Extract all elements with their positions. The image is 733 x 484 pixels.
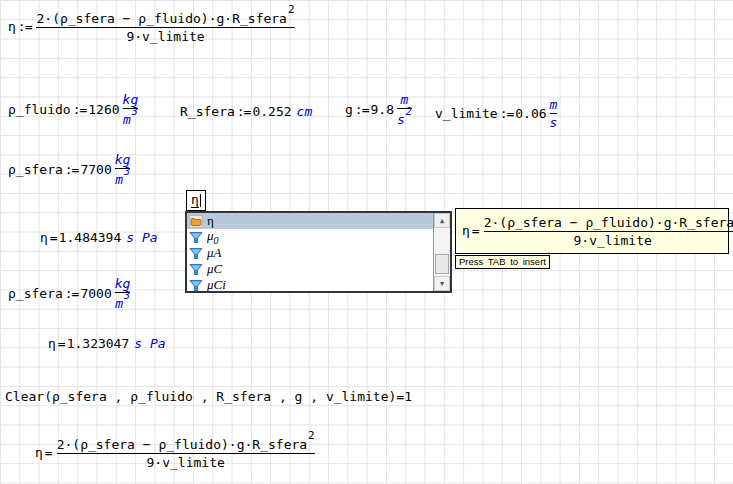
value: 7700 <box>80 162 111 177</box>
fraction: 2·(ρ_sfera − ρ_fluido)·g·R_sfera2 9·v_li… <box>57 434 315 470</box>
fraction-bar <box>550 113 558 114</box>
unit-denominator: s2 <box>397 110 412 127</box>
unit-numerator: kg <box>115 276 131 291</box>
eta-lhs: η <box>40 230 48 245</box>
item-label: η <box>207 213 214 229</box>
numerator: 2·(ρ_sfera − ρ_fluido)·g·R_sfera2 <box>36 8 294 26</box>
denominator: 9·v_limite <box>126 29 204 44</box>
assign-operator: := <box>237 104 251 119</box>
equation-eta-definition[interactable]: η:= 2·(ρ_sfera − ρ_fluido)·g·R_sfera2 9·… <box>8 8 298 44</box>
var-name: v_limite <box>435 106 498 121</box>
value: 1260 <box>88 102 119 117</box>
unit-fraction: m s <box>550 97 558 130</box>
unit-numerator: kg <box>115 152 131 167</box>
unit-funnel-icon <box>189 279 203 292</box>
assign-operator: := <box>65 162 79 177</box>
fraction-bar <box>57 453 315 454</box>
value: 0.06 <box>515 106 546 121</box>
scroll-down-button[interactable]: ▼ <box>434 276 450 291</box>
equation-clear[interactable]: Clear(ρ_sfera , ρ_fluido , R_sfera , g ,… <box>5 389 412 404</box>
unit-funnel-icon <box>189 263 203 276</box>
equals-operator: = <box>45 445 52 460</box>
autocomplete-edit-box[interactable]: η <box>186 190 206 211</box>
hint-text: Press TAB to insert <box>459 256 546 267</box>
equation-r-sfera[interactable]: R_sfera:=0.252cm <box>180 104 312 119</box>
unit-fraction: m s2 <box>397 92 412 127</box>
fraction-bar <box>484 231 733 232</box>
eta-lhs: η <box>462 223 470 238</box>
item-label: μCi <box>207 277 226 291</box>
value: 1.484394 <box>59 230 122 245</box>
denominator: 9·v_limite <box>574 233 652 248</box>
autocomplete-item-muC[interactable]: μC <box>187 261 433 277</box>
assign-operator: := <box>18 19 32 34</box>
worksheet-canvas[interactable]: η:= 2·(ρ_sfera − ρ_fluido)·g·R_sfera2 9·… <box>0 0 733 484</box>
value: 9.8 <box>370 102 393 117</box>
eta-lhs: η <box>8 19 16 34</box>
equation-eta-bottom[interactable]: η= 2·(ρ_sfera − ρ_fluido)·g·R_sfera2 9·v… <box>35 434 318 470</box>
assign-operator: := <box>500 106 514 121</box>
var-name: ρ_sfera <box>8 286 63 301</box>
value: 0.252 <box>252 104 291 119</box>
result-units: s Pa <box>134 336 165 351</box>
clear-expression: Clear(ρ_sfera , ρ_fluido , R_sfera , g ,… <box>5 389 412 404</box>
unit-denominator: s <box>550 115 558 130</box>
var-name: R_sfera <box>180 104 235 119</box>
unit-numerator: m <box>550 97 558 112</box>
equation-result-1[interactable]: η=1.484394s Pa <box>40 230 158 245</box>
equation-g[interactable]: g:=9.8 m s2 <box>345 92 415 127</box>
fraction-bar <box>36 27 294 28</box>
numerator: 2·(ρ_sfera − ρ_fluido)·g·R_sfera2 <box>484 212 733 230</box>
autocomplete-dropdown: η μ0 μA μC <box>185 211 452 293</box>
unit-denominator: m3 <box>115 170 130 187</box>
unit: cm <box>297 104 313 119</box>
eta-lhs: η <box>48 336 56 351</box>
value: 1.323047 <box>67 336 130 351</box>
autocomplete-list: η μ0 μA μC <box>187 213 433 291</box>
assign-operator: := <box>355 102 369 117</box>
autocomplete-preview-tooltip: η= 2·(ρ_sfera − ρ_fluido)·g·R_sfera2 9·v… <box>455 208 729 254</box>
item-label: μA <box>207 245 221 261</box>
equation-result-2[interactable]: η=1.323047s Pa <box>48 336 166 351</box>
equals-operator: = <box>50 230 57 245</box>
var-name: ρ_sfera <box>8 162 63 177</box>
unit-fraction: kg m3 <box>115 152 131 187</box>
unit-funnel-icon <box>189 247 203 260</box>
scrollbar-track[interactable] <box>434 228 450 276</box>
edit-box-value: η <box>191 193 199 208</box>
unit-denominator: m3 <box>115 294 130 311</box>
denominator: 9·v_limite <box>147 455 225 470</box>
unit-numerator: m <box>400 92 408 107</box>
exponent: 2 <box>308 429 315 442</box>
text-cursor <box>200 194 201 207</box>
assign-operator: := <box>73 102 87 117</box>
unit-numerator: kg <box>123 92 139 107</box>
autocomplete-item-muCi[interactable]: μCi <box>187 277 433 291</box>
numerator: 2·(ρ_sfera − ρ_fluido)·g·R_sfera2 <box>57 434 315 452</box>
unit-denominator: m3 <box>123 110 138 127</box>
item-label: μ0 <box>207 228 219 246</box>
unit-fraction: kg m3 <box>123 92 139 127</box>
equation-v-limite[interactable]: v_limite:=0.06 m s <box>435 97 560 130</box>
item-label: μC <box>207 261 222 277</box>
eta-lhs: η <box>35 445 43 460</box>
value: 7000 <box>80 286 111 301</box>
recent-icon <box>189 215 203 228</box>
autocomplete-item-eta[interactable]: η <box>187 213 433 229</box>
exponent: 2 <box>288 3 295 16</box>
equation-rho-sfera-1[interactable]: ρ_sfera:=7700 kg m3 <box>8 152 133 187</box>
equals-operator: = <box>472 223 479 238</box>
var-name: g <box>345 102 353 117</box>
autocomplete-item-muA[interactable]: μA <box>187 245 433 261</box>
scroll-up-button[interactable]: ▲ <box>434 213 450 228</box>
scrollbar-thumb[interactable] <box>435 254 449 274</box>
equation-rho-sfera-2[interactable]: ρ_sfera:=7000 kg m3 <box>8 276 133 311</box>
fraction: 2·(ρ_sfera − ρ_fluido)·g·R_sfera2 9·v_li… <box>36 8 294 44</box>
equals-operator: = <box>58 336 65 351</box>
unit-funnel-icon <box>189 231 203 244</box>
var-name: ρ_fluido <box>8 102 71 117</box>
unit-fraction: kg m3 <box>115 276 131 311</box>
dropdown-scrollbar[interactable]: ▲ ▼ <box>433 213 450 291</box>
autocomplete-item-mu0[interactable]: μ0 <box>187 229 433 245</box>
equation-rho-fluido[interactable]: ρ_fluido:=1260 kg m3 <box>8 92 141 127</box>
